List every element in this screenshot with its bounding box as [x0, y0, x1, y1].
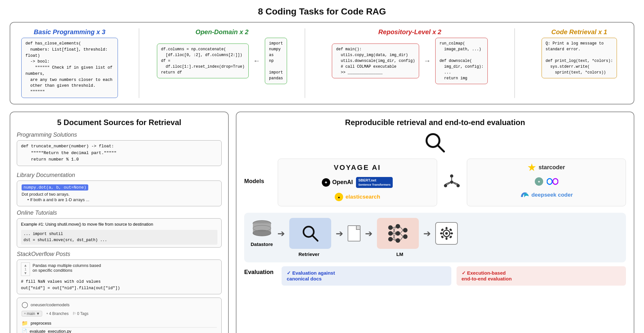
svg-rect-52 — [441, 235, 444, 239]
svg-line-24 — [312, 235, 318, 241]
lm-label: LM — [396, 251, 403, 257]
doc-icon — [348, 225, 360, 241]
evaluation-row: Evaluation ✓ Evaluation againstcanonical… — [244, 266, 626, 286]
category-code-retrieval: Code Retrieval x 1 Q: Print a log messag… — [533, 28, 626, 78]
svg-rect-49 — [450, 232, 453, 234]
basic-programming-code: def has_close_elements( numbers: List[fl… — [21, 38, 118, 98]
file-icon: 📄 — [22, 328, 27, 333]
tutorial-text: Example #1: Using shutil.move() to move … — [21, 221, 217, 228]
eval-check-red: ✓ Execution-basedend-to-end evaluation — [462, 270, 512, 281]
retriever-search-icon — [302, 225, 319, 242]
openai-icon: ✦ — [322, 178, 330, 187]
pipeline-arrow-3: ➔ — [365, 228, 372, 239]
top-section: Basic Programming x 3 def has_close_elem… — [10, 22, 634, 104]
tags-count: ⚐ 0 Tags — [72, 311, 88, 316]
svg-point-17 — [547, 179, 552, 184]
svg-rect-48 — [440, 232, 443, 234]
github-user: oneuser/codemodels — [31, 302, 70, 307]
category-repo-level-title: Repository-Level x 2 — [378, 28, 441, 36]
divider-3 — [514, 28, 515, 98]
svg-rect-51 — [449, 228, 452, 231]
svg-point-32 — [403, 234, 408, 239]
svg-line-40 — [400, 227, 403, 230]
openai-label: OpenAI — [332, 179, 353, 186]
label-library-docs: Library Documentation — [17, 172, 222, 179]
doc-sources-title: 5 Document Sources for Retrieval — [17, 118, 222, 127]
arrow-repo: → — [424, 57, 431, 65]
svg-point-30 — [396, 238, 400, 243]
deepseek-icon — [520, 191, 529, 200]
programming-solutions-code: def truncate_number(number) -> float: ""… — [17, 140, 222, 166]
right-model-box: starcoder ✦ — [467, 159, 626, 206]
pipeline-labels-row: Retriever LM — [251, 251, 620, 257]
datastore-label: Datastore — [251, 241, 273, 247]
svg-rect-46 — [446, 227, 447, 230]
svg-point-18 — [553, 179, 558, 184]
elasticsearch-label: elasticsearch — [345, 194, 380, 200]
label-stackoverflow: StackOverflow Posts — [17, 251, 222, 258]
numpy-function-sig: numpy.dot(a, b, out=None) — [22, 184, 88, 191]
pipeline-section: Datastore ➔ ➔ ➔ — [244, 213, 626, 262]
svg-point-25 — [388, 225, 393, 230]
svg-point-27 — [388, 237, 393, 241]
svg-point-28 — [396, 224, 400, 229]
git-branch[interactable]: ￪ main ▼ — [22, 311, 42, 317]
eval-box-blue: ✓ Evaluation againstcanonical docs — [282, 266, 451, 286]
online-tutorials-snippet: Example #1: Using shutil.move() to move … — [17, 218, 222, 248]
evaluation-label: Evaluation — [244, 266, 276, 276]
category-basic-programming: Basic Programming x 3 def has_close_elem… — [18, 28, 121, 98]
folder-icon: 📁 — [22, 320, 28, 326]
open-domain-code-1: df.columns = np.concatenate( [df.iloc[0,… — [157, 44, 249, 78]
network-icon — [443, 173, 461, 191]
stackoverflow-box: ▲ 1 ▼ Pandas map multiple columns basedo… — [17, 260, 222, 294]
lm-box — [377, 218, 419, 249]
svg-point-31 — [403, 228, 408, 232]
so-post-text: Pandas map multiple columns basedon spec… — [33, 263, 101, 273]
repro-panel: Reproducible retrieval and end-to-end ev… — [236, 112, 634, 333]
neural-network-icon — [387, 224, 409, 243]
category-repo-level: Repository-Level x 2 def main(): utils.c… — [323, 28, 497, 84]
starcoder-label: starcoder — [539, 164, 565, 171]
search-icon-top — [424, 132, 447, 154]
svg-text:●: ● — [338, 195, 340, 199]
repo-code-1: def main(): utils.copy_img(data, img_dir… — [332, 44, 419, 78]
retriever-box — [289, 218, 331, 249]
database-icon — [252, 220, 272, 239]
gear-icon — [439, 226, 454, 240]
repro-title: Reproducible retrieval and end-to-end ev… — [244, 118, 626, 127]
models-label: Models — [244, 178, 264, 185]
file-name-1: preprocess — [31, 321, 51, 326]
svg-point-7 — [444, 184, 447, 187]
eval-box-red: ✓ Execution-basedend-to-end evaluation — [457, 266, 626, 286]
github-file-folder: 📁 preprocess — [22, 319, 217, 328]
arrow-open-domain: ← — [253, 57, 260, 65]
branches-count: ￪ 4 Branches — [46, 311, 69, 316]
category-open-domain: Open-Domain x 2 df.columns = np.concaten… — [157, 28, 287, 84]
top-categories-row: Basic Programming x 3 def has_close_elem… — [18, 28, 626, 98]
svg-rect-47 — [446, 237, 447, 240]
left-model-box: VOYAGE AI ✦ OpenAI SBERT.netSe — [278, 159, 437, 206]
svg-text:✦: ✦ — [537, 180, 541, 184]
svg-point-9 — [450, 181, 453, 184]
bottom-section: 5 Document Sources for Retrieval Program… — [10, 112, 634, 333]
category-open-domain-title: Open-Domain x 2 — [196, 28, 248, 36]
svg-rect-50 — [441, 228, 444, 231]
svg-text:✦: ✦ — [324, 180, 328, 185]
file-name-2: evaluate_execution.py — [30, 329, 71, 333]
doc-line-2: • If both a and b are 1-D arrays ... — [27, 197, 217, 202]
pipeline-row: Datastore ➔ ➔ ➔ — [251, 218, 620, 249]
label-online-tutorials: Online Tutorials — [17, 210, 222, 216]
github-file-py: 📄 evaluate_execution.py — [22, 328, 217, 333]
code-retrieval-code: Q: Print a log message tostandard error.… — [542, 38, 617, 78]
svg-point-26 — [388, 231, 393, 236]
svg-rect-53 — [449, 235, 452, 239]
retriever-label: Retriever — [298, 251, 319, 257]
svg-point-8 — [457, 184, 460, 187]
starcoder-icon — [528, 163, 536, 172]
svg-line-1 — [438, 145, 444, 152]
doc-line-1: Dot product of two arrays. — [22, 192, 217, 197]
voyage-ai-label: VOYAGE AI — [334, 163, 381, 172]
svg-point-6 — [450, 174, 453, 178]
pipeline-arrow-2: ➔ — [336, 228, 343, 239]
meta-icon — [547, 178, 558, 185]
